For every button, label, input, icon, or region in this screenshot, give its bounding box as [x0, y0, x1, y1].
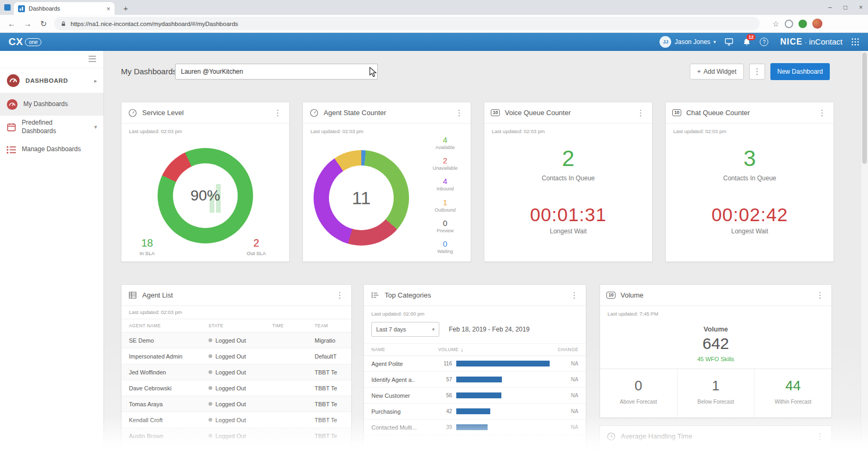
scrollbar-thumb[interactable]	[862, 53, 867, 164]
agent-team: TBBT Te	[315, 417, 344, 423]
column-header-name: NAME	[371, 347, 438, 352]
toolbar-menu-icon[interactable]: ⋮	[749, 64, 765, 80]
sidebar-item-label: Manage Dashboards	[22, 145, 81, 154]
sidebar-section-dashboard[interactable]: DASHBOARD ▸	[0, 68, 103, 93]
volume-bar	[456, 392, 501, 398]
logo-one-badge: one	[25, 38, 41, 46]
sidebar-collapse-icon[interactable]	[89, 56, 96, 62]
widget-menu-icon[interactable]: ⋮	[569, 291, 579, 300]
reload-icon[interactable]: ↻	[38, 19, 49, 29]
new-dashboard-button[interactable]: New Dashboard	[770, 63, 830, 80]
counter-icon: 10	[672, 109, 681, 116]
dashboard-selector-input[interactable]	[175, 64, 378, 80]
date-range-select[interactable]: Last 7 days ▾	[371, 322, 439, 337]
forecast-value: 1	[678, 378, 754, 394]
window-minimize-button[interactable]: –	[828, 4, 832, 11]
forecast-value: 0	[600, 378, 677, 394]
back-icon[interactable]: ←	[6, 19, 17, 28]
volume-label: Volume	[600, 325, 831, 333]
last-updated: Last updated: 02:03 pm	[303, 124, 471, 134]
page-scrollbar[interactable]	[861, 51, 868, 454]
volume-summary: Volume 642 45 WFO Skills	[600, 325, 831, 363]
widget-title: Agent State Counter	[324, 109, 386, 117]
agent-state: Logged Out	[215, 337, 246, 344]
table-row: Kendall Croft Logged Out TBBT Te	[121, 412, 351, 428]
column-header-team: TEAM	[315, 323, 344, 328]
apps-grid-icon[interactable]	[851, 38, 860, 46]
widget-service-level: Service Level ⋮ Last updated: 02:03 pm 9…	[121, 102, 290, 262]
sidebar-item-manage-dashboards[interactable]: Manage Dashboards	[0, 138, 103, 161]
sidebar-item-my-dashboards[interactable]: My Dashboards	[0, 93, 103, 116]
table-row: Jed Woffinden Logged Out TBBT Te	[121, 364, 351, 380]
add-widget-button[interactable]: + Add Widget	[690, 64, 744, 80]
sort-descending-icon[interactable]: ↓	[461, 347, 463, 353]
browser-tab[interactable]: Dashboards ×	[14, 2, 115, 15]
legend-value: 4	[428, 177, 462, 186]
last-updated: Last updated: 02:03 pm	[484, 124, 652, 134]
forward-icon[interactable]: →	[22, 19, 33, 28]
window-close-button[interactable]: ×	[859, 4, 863, 11]
cxone-logo[interactable]: CX one	[8, 36, 41, 48]
legend-value: 2	[428, 156, 462, 165]
sidebar-item-predefined-dashboards[interactable]: Predefined Dashboards ▾	[0, 116, 103, 138]
categories-icon	[370, 291, 380, 300]
help-icon[interactable]: ?	[760, 38, 768, 46]
widget-title: Chat Queue Counter	[686, 109, 750, 117]
window-maximize-button[interactable]: □	[844, 4, 847, 11]
list-icon	[6, 145, 16, 154]
agent-name: Tomas Araya	[129, 401, 209, 407]
widget-menu-icon[interactable]: ⋮	[815, 432, 825, 441]
monitor-icon[interactable]	[724, 37, 734, 47]
legend-label: Available	[428, 145, 462, 150]
widget-menu-icon[interactable]: ⋮	[636, 108, 646, 118]
widget-header: Top Categories ⋮	[364, 285, 586, 306]
last-updated: Last updated: 02:03 pm	[121, 306, 351, 319]
widget-average-handling-time: Average Handling Time ⋮	[600, 425, 832, 454]
volume-value: 642	[600, 335, 831, 353]
tab-close-icon[interactable]: ×	[106, 5, 110, 13]
last-updated: Last updated: 02:03 pm	[121, 124, 289, 134]
legend-item-waiting: 0 Waiting	[428, 239, 462, 254]
widget-title: Volume	[620, 291, 643, 299]
sidebar-item-label: Predefined Dashboards	[22, 119, 71, 135]
counter-icon: 10	[491, 109, 500, 116]
table-row: Identify Agent a.. 57 NA	[364, 372, 586, 388]
widget-menu-icon[interactable]: ⋮	[454, 108, 464, 118]
last-updated: Last updated: 02:00 pm	[364, 306, 586, 317]
widget-volume: 10 Volume ⋮ Last updated: 7:45 PM Volume…	[600, 284, 832, 418]
new-tab-button[interactable]: +	[120, 3, 132, 14]
extension-icon-2[interactable]	[798, 20, 807, 28]
widget-menu-icon[interactable]: ⋮	[817, 108, 827, 118]
agent-team: TBBT Te	[315, 401, 344, 407]
table-row: New Customer 56 NA	[364, 388, 586, 404]
nice-incontact-logo: NICE · inContact	[780, 37, 843, 47]
chat-queue-body: 3 Contacts In Queue 00:02:42 Longest Wai…	[666, 134, 834, 235]
widget-menu-icon[interactable]: ⋮	[815, 291, 825, 300]
category-volume: 42	[438, 408, 456, 414]
wfo-skills-link[interactable]: 45 WFO Skills	[697, 356, 734, 362]
browser-tab-strip: Dashboards × + – □ ×	[0, 0, 868, 15]
forecast-row: 0 Above Forecast 1 Below Forecast 44 Wit…	[600, 369, 831, 417]
agent-state-total: 11	[314, 150, 409, 246]
notifications-bell-icon[interactable]: 12	[742, 38, 751, 47]
volume-bar	[456, 377, 502, 382]
forecast-label: Below Forecast	[678, 399, 754, 405]
url-bar[interactable]: https://na1.nice-incontact.com/mydashboa…	[54, 17, 760, 30]
sidebar-top	[0, 51, 103, 68]
widget-header: Service Level ⋮	[121, 102, 289, 124]
widget-menu-icon[interactable]: ⋮	[335, 291, 345, 300]
top-categories-column-headers: NAME VOLUME ↓ CHANGE	[364, 343, 586, 356]
last-updated: Last updated: 02:03 pm	[666, 124, 834, 134]
widget-voice-queue-counter: 10 Voice Queue Counter ⋮ Last updated: 0…	[484, 102, 653, 262]
bookmark-star-icon[interactable]: ☆	[772, 20, 779, 28]
category-volume: 57	[438, 377, 456, 382]
agent-state: Logged Out	[215, 385, 246, 391]
window-controls: – □ ×	[828, 0, 863, 15]
widget-menu-icon[interactable]: ⋮	[273, 108, 283, 118]
user-menu[interactable]: JJ Jason Jones ▾	[659, 36, 716, 48]
agent-state-body: 11 4 Available 2 Unavailable 4 Inbound 1…	[303, 134, 471, 257]
legend-value: 1	[428, 198, 462, 207]
browser-profile-avatar[interactable]	[812, 19, 822, 29]
extension-icon-1[interactable]	[785, 20, 793, 28]
status-dot	[209, 338, 212, 342]
